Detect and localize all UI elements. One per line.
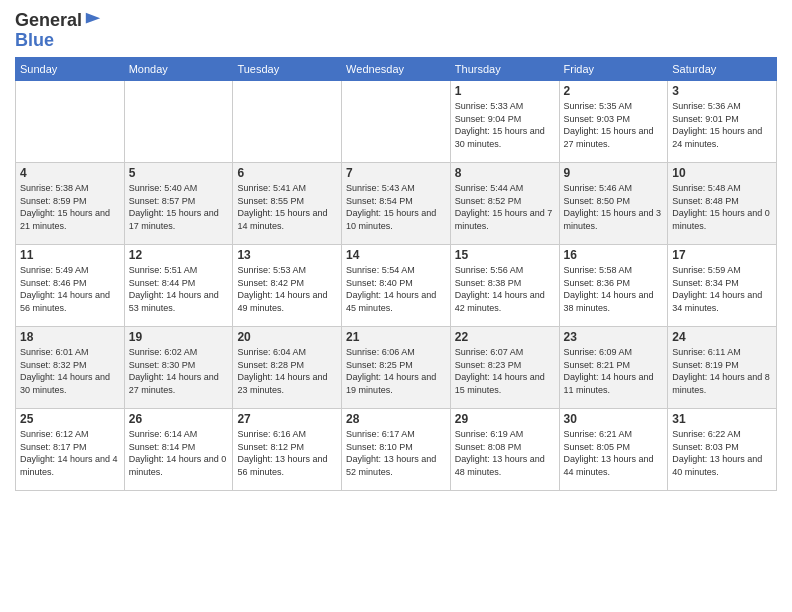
day-info: Sunrise: 5:53 AMSunset: 8:42 PMDaylight:… xyxy=(237,264,337,314)
calendar-cell: 6Sunrise: 5:41 AMSunset: 8:55 PMDaylight… xyxy=(233,163,342,245)
day-number: 27 xyxy=(237,412,337,426)
calendar-cell: 7Sunrise: 5:43 AMSunset: 8:54 PMDaylight… xyxy=(342,163,451,245)
calendar-cell: 1Sunrise: 5:33 AMSunset: 9:04 PMDaylight… xyxy=(450,81,559,163)
calendar-cell: 4Sunrise: 5:38 AMSunset: 8:59 PMDaylight… xyxy=(16,163,125,245)
day-info: Sunrise: 6:16 AMSunset: 8:12 PMDaylight:… xyxy=(237,428,337,478)
calendar-cell: 15Sunrise: 5:56 AMSunset: 8:38 PMDayligh… xyxy=(450,245,559,327)
day-number: 7 xyxy=(346,166,446,180)
day-info: Sunrise: 6:06 AMSunset: 8:25 PMDaylight:… xyxy=(346,346,446,396)
day-number: 24 xyxy=(672,330,772,344)
weekday-header-saturday: Saturday xyxy=(668,58,777,81)
calendar-cell: 29Sunrise: 6:19 AMSunset: 8:08 PMDayligh… xyxy=(450,409,559,491)
day-info: Sunrise: 5:56 AMSunset: 8:38 PMDaylight:… xyxy=(455,264,555,314)
calendar-cell: 16Sunrise: 5:58 AMSunset: 8:36 PMDayligh… xyxy=(559,245,668,327)
calendar-cell: 22Sunrise: 6:07 AMSunset: 8:23 PMDayligh… xyxy=(450,327,559,409)
day-number: 19 xyxy=(129,330,229,344)
day-number: 30 xyxy=(564,412,664,426)
calendar-cell: 26Sunrise: 6:14 AMSunset: 8:14 PMDayligh… xyxy=(124,409,233,491)
day-number: 29 xyxy=(455,412,555,426)
day-number: 20 xyxy=(237,330,337,344)
day-info: Sunrise: 5:44 AMSunset: 8:52 PMDaylight:… xyxy=(455,182,555,232)
calendar-cell: 5Sunrise: 5:40 AMSunset: 8:57 PMDaylight… xyxy=(124,163,233,245)
day-number: 4 xyxy=(20,166,120,180)
day-number: 23 xyxy=(564,330,664,344)
calendar-header-row: SundayMondayTuesdayWednesdayThursdayFrid… xyxy=(16,58,777,81)
day-number: 11 xyxy=(20,248,120,262)
calendar-cell: 21Sunrise: 6:06 AMSunset: 8:25 PMDayligh… xyxy=(342,327,451,409)
calendar-cell: 12Sunrise: 5:51 AMSunset: 8:44 PMDayligh… xyxy=(124,245,233,327)
calendar-cell: 30Sunrise: 6:21 AMSunset: 8:05 PMDayligh… xyxy=(559,409,668,491)
page-header: General Blue xyxy=(15,10,777,49)
day-info: Sunrise: 5:35 AMSunset: 9:03 PMDaylight:… xyxy=(564,100,664,150)
calendar-cell xyxy=(124,81,233,163)
calendar-cell: 27Sunrise: 6:16 AMSunset: 8:12 PMDayligh… xyxy=(233,409,342,491)
calendar-week-row: 18Sunrise: 6:01 AMSunset: 8:32 PMDayligh… xyxy=(16,327,777,409)
calendar-cell: 20Sunrise: 6:04 AMSunset: 8:28 PMDayligh… xyxy=(233,327,342,409)
weekday-header-friday: Friday xyxy=(559,58,668,81)
day-number: 12 xyxy=(129,248,229,262)
calendar-week-row: 25Sunrise: 6:12 AMSunset: 8:17 PMDayligh… xyxy=(16,409,777,491)
calendar-cell: 19Sunrise: 6:02 AMSunset: 8:30 PMDayligh… xyxy=(124,327,233,409)
day-number: 16 xyxy=(564,248,664,262)
day-info: Sunrise: 6:21 AMSunset: 8:05 PMDaylight:… xyxy=(564,428,664,478)
calendar-cell: 13Sunrise: 5:53 AMSunset: 8:42 PMDayligh… xyxy=(233,245,342,327)
calendar-cell: 2Sunrise: 5:35 AMSunset: 9:03 PMDaylight… xyxy=(559,81,668,163)
calendar-cell: 24Sunrise: 6:11 AMSunset: 8:19 PMDayligh… xyxy=(668,327,777,409)
calendar-cell: 10Sunrise: 5:48 AMSunset: 8:48 PMDayligh… xyxy=(668,163,777,245)
calendar-week-row: 1Sunrise: 5:33 AMSunset: 9:04 PMDaylight… xyxy=(16,81,777,163)
calendar-cell: 23Sunrise: 6:09 AMSunset: 8:21 PMDayligh… xyxy=(559,327,668,409)
day-number: 25 xyxy=(20,412,120,426)
calendar-cell xyxy=(16,81,125,163)
day-info: Sunrise: 5:59 AMSunset: 8:34 PMDaylight:… xyxy=(672,264,772,314)
weekday-header-tuesday: Tuesday xyxy=(233,58,342,81)
day-info: Sunrise: 5:36 AMSunset: 9:01 PMDaylight:… xyxy=(672,100,772,150)
calendar-cell: 25Sunrise: 6:12 AMSunset: 8:17 PMDayligh… xyxy=(16,409,125,491)
weekday-header-wednesday: Wednesday xyxy=(342,58,451,81)
day-number: 8 xyxy=(455,166,555,180)
day-info: Sunrise: 6:12 AMSunset: 8:17 PMDaylight:… xyxy=(20,428,120,478)
day-info: Sunrise: 5:49 AMSunset: 8:46 PMDaylight:… xyxy=(20,264,120,314)
day-info: Sunrise: 6:14 AMSunset: 8:14 PMDaylight:… xyxy=(129,428,229,478)
day-number: 3 xyxy=(672,84,772,98)
calendar-cell: 11Sunrise: 5:49 AMSunset: 8:46 PMDayligh… xyxy=(16,245,125,327)
day-number: 13 xyxy=(237,248,337,262)
calendar-cell: 18Sunrise: 6:01 AMSunset: 8:32 PMDayligh… xyxy=(16,327,125,409)
day-info: Sunrise: 6:22 AMSunset: 8:03 PMDaylight:… xyxy=(672,428,772,478)
day-info: Sunrise: 6:04 AMSunset: 8:28 PMDaylight:… xyxy=(237,346,337,396)
day-number: 21 xyxy=(346,330,446,344)
day-info: Sunrise: 5:33 AMSunset: 9:04 PMDaylight:… xyxy=(455,100,555,150)
day-info: Sunrise: 6:17 AMSunset: 8:10 PMDaylight:… xyxy=(346,428,446,478)
day-number: 28 xyxy=(346,412,446,426)
day-number: 14 xyxy=(346,248,446,262)
calendar-cell: 31Sunrise: 6:22 AMSunset: 8:03 PMDayligh… xyxy=(668,409,777,491)
calendar-cell xyxy=(233,81,342,163)
svg-marker-0 xyxy=(86,12,100,23)
day-info: Sunrise: 6:01 AMSunset: 8:32 PMDaylight:… xyxy=(20,346,120,396)
weekday-header-monday: Monday xyxy=(124,58,233,81)
day-number: 22 xyxy=(455,330,555,344)
day-info: Sunrise: 5:58 AMSunset: 8:36 PMDaylight:… xyxy=(564,264,664,314)
day-info: Sunrise: 5:51 AMSunset: 8:44 PMDaylight:… xyxy=(129,264,229,314)
calendar-table: SundayMondayTuesdayWednesdayThursdayFrid… xyxy=(15,57,777,491)
calendar-week-row: 11Sunrise: 5:49 AMSunset: 8:46 PMDayligh… xyxy=(16,245,777,327)
logo-flag-icon xyxy=(84,11,102,29)
day-number: 1 xyxy=(455,84,555,98)
calendar-week-row: 4Sunrise: 5:38 AMSunset: 8:59 PMDaylight… xyxy=(16,163,777,245)
day-number: 6 xyxy=(237,166,337,180)
day-info: Sunrise: 6:07 AMSunset: 8:23 PMDaylight:… xyxy=(455,346,555,396)
calendar-cell: 28Sunrise: 6:17 AMSunset: 8:10 PMDayligh… xyxy=(342,409,451,491)
calendar-cell: 14Sunrise: 5:54 AMSunset: 8:40 PMDayligh… xyxy=(342,245,451,327)
calendar-cell: 8Sunrise: 5:44 AMSunset: 8:52 PMDaylight… xyxy=(450,163,559,245)
day-number: 15 xyxy=(455,248,555,262)
logo: General Blue xyxy=(15,10,102,49)
day-number: 10 xyxy=(672,166,772,180)
day-info: Sunrise: 5:48 AMSunset: 8:48 PMDaylight:… xyxy=(672,182,772,232)
day-info: Sunrise: 5:46 AMSunset: 8:50 PMDaylight:… xyxy=(564,182,664,232)
calendar-cell: 17Sunrise: 5:59 AMSunset: 8:34 PMDayligh… xyxy=(668,245,777,327)
calendar-cell: 3Sunrise: 5:36 AMSunset: 9:01 PMDaylight… xyxy=(668,81,777,163)
day-number: 9 xyxy=(564,166,664,180)
day-info: Sunrise: 6:09 AMSunset: 8:21 PMDaylight:… xyxy=(564,346,664,396)
day-info: Sunrise: 5:38 AMSunset: 8:59 PMDaylight:… xyxy=(20,182,120,232)
day-info: Sunrise: 5:40 AMSunset: 8:57 PMDaylight:… xyxy=(129,182,229,232)
day-info: Sunrise: 5:41 AMSunset: 8:55 PMDaylight:… xyxy=(237,182,337,232)
